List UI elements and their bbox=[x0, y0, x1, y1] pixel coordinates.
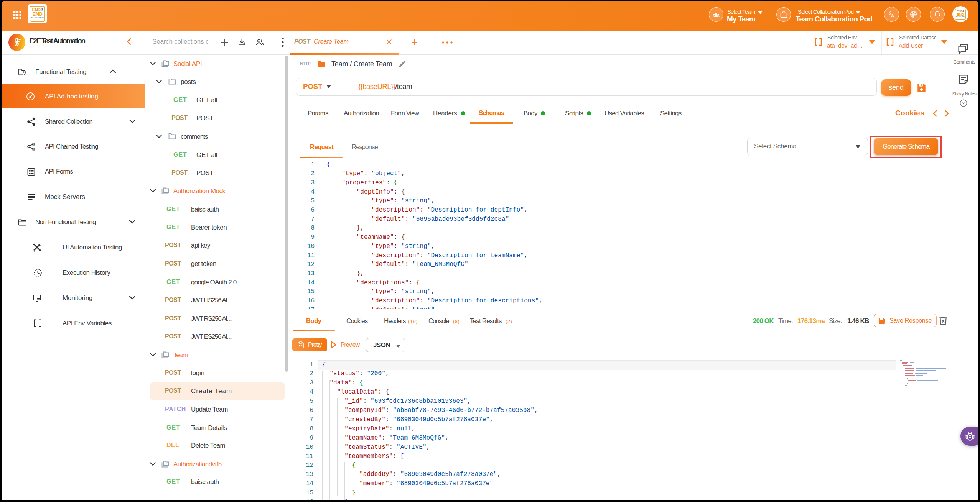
svg-text:A: A bbox=[891, 13, 894, 18]
